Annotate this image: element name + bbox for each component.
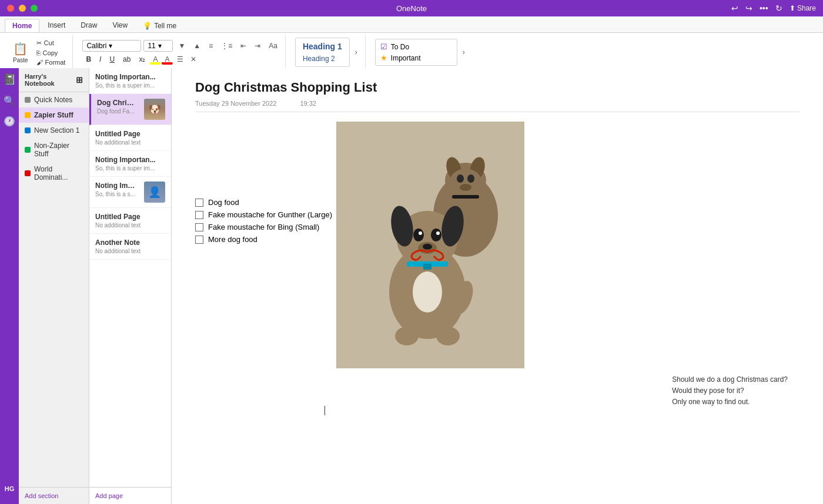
section-item-new-section[interactable]: New Section 1 [19,123,89,138]
check-item-3[interactable]: Fake moustache for Bing (Small) [195,223,332,231]
paste-button[interactable]: 📋 Paste [9,39,32,66]
close-button[interactable] [7,5,14,12]
sort-icon[interactable]: ⊞ [76,75,83,85]
ribbon: Home Insert Draw View 💡 Tell me 📋 Paste … [0,16,823,68]
paste-icon: 📋 [13,42,28,56]
user-avatar[interactable]: HG [1,481,18,497]
svg-point-24 [436,327,460,345]
page-item-dog-text: Dog Christ... Dog food Fa... [97,99,137,115]
note-text-line3: Only one way to find out. [672,397,788,408]
underline-button[interactable]: U [106,54,118,65]
section-list: Quick Notes Zapier Stuff New Section 1 N… [19,92,89,487]
tags-arrow-icon[interactable]: › [460,47,468,58]
share-button[interactable]: ⬆ Share [789,4,816,12]
tab-home[interactable]: Home [5,19,39,32]
notebook-header[interactable]: Harry's Notebook ⊞ [19,68,89,92]
indent-decrease-btn[interactable]: ⇤ [237,41,249,51]
section-dot-world-dom [25,170,31,176]
tags-box: ☑ To Do ★ Important [375,39,457,66]
strikethrough-button[interactable]: ab [119,54,134,65]
page-item-noting-imp-3[interactable]: Noting Imp... So, this is a s... 👤 [89,177,171,208]
section-item-zapier-stuff[interactable]: Zapier Stuff [19,107,89,123]
indent-increase-btn[interactable]: ⇥ [252,41,263,51]
section-dot-non-zapier [25,147,31,153]
notebook-icon[interactable]: 📓 [3,73,16,86]
check-item-2[interactable]: Fake moustache for Gunther (Large) [195,210,332,219]
cut-button[interactable]: ✂ Cut [34,39,68,48]
history-icon[interactable]: 🕐 [4,116,15,127]
subscript-button[interactable]: x₂ [135,54,149,65]
add-page-button[interactable]: Add page [89,487,171,504]
check-item-4[interactable]: More dog food [195,235,332,244]
svg-rect-21 [423,264,431,270]
tab-draw[interactable]: Draw [73,19,104,32]
page-item-dog-christ[interactable]: Dog Christ... Dog food Fa... 🐶 [89,94,171,125]
section-item-quick-notes[interactable]: Quick Notes [19,92,89,107]
section-dot-quick-notes [25,97,31,103]
minimize-button[interactable] [19,5,26,12]
page-meta: Tuesday 29 November 2022 19:32 [195,100,799,112]
check-item-1[interactable]: Dog food [195,198,332,207]
important-tag[interactable]: ★ Important [380,53,452,63]
format-button[interactable]: 🖌 Format [34,58,68,66]
copy-icon: ⎘ [36,49,41,56]
increase-font-btn[interactable]: ▲ [190,41,203,51]
bold-button[interactable]: B [82,54,95,65]
decrease-font-btn[interactable]: ▼ [175,41,188,51]
redo-icon[interactable]: ↪ [745,4,752,13]
font-color-btn[interactable]: A [162,54,172,65]
note-text-line2: Would they pose for it? [672,385,788,397]
lightbulb-icon: 💡 [143,22,152,30]
section-item-world-dom[interactable]: World Dominati... [19,162,89,185]
page-item-untitled-1[interactable]: Untitled Page No additional text [89,125,171,151]
page-item-another-note[interactable]: Another Note No additional text [89,234,171,260]
undo-icon[interactable]: ↩ [731,4,738,13]
page-item-person-layout: Noting Imp... So, this is a s... 👤 [95,182,165,203]
font-selector[interactable]: Calibri ▾ [82,40,141,52]
person-thumb-image: 👤 [144,182,165,203]
text-cursor [324,406,325,415]
note-text: Should we do a dog Christmas card? Would… [672,374,788,408]
heading1-style[interactable]: Heading 1 [298,41,347,52]
font-size-selector[interactable]: 11 ▾ [143,40,173,52]
svg-point-15 [431,229,441,241]
italic-button[interactable]: I [96,54,105,65]
page-title-area: Dog Christmas Shopping List [195,80,799,95]
tab-insert[interactable]: Insert [41,19,72,32]
page-time: 19:32 [300,100,316,107]
notebook-name: Harry's Notebook [25,73,76,87]
page-item-untitled-2[interactable]: Untitled Page No additional text [89,208,171,234]
search-icon[interactable]: 🔍 [4,95,15,106]
clear-btn[interactable]: ✕ [188,54,199,65]
todo-tag[interactable]: ☑ To Do [380,42,452,52]
numbered-list-btn[interactable]: ⋮≡ [218,41,235,51]
page-item-noting-imp-1[interactable]: Noting Importan... So, this is a super i… [89,68,171,94]
svg-point-7 [467,174,474,183]
highlight-color-btn[interactable]: A [150,54,160,65]
page-item-person-text: Noting Imp... So, this is a s... [95,182,137,197]
bullet-list-btn[interactable]: ≡ [206,41,216,51]
checkbox-3[interactable] [195,223,203,231]
page-item-noting-imp-2[interactable]: Noting Importan... So, this is a super i… [89,151,171,177]
ribbon-content: 📋 Paste ✂ Cut ⎘ Copy 🖌 Format [0,32,823,72]
add-section-button[interactable]: Add section [19,487,89,504]
checkbox-2[interactable] [195,211,203,219]
maximize-button[interactable] [31,5,38,12]
tab-tell-me[interactable]: 💡 Tell me [136,19,183,32]
heading2-style[interactable]: Heading 2 [298,53,347,64]
svg-rect-9 [452,195,479,199]
checkbox-4[interactable] [195,236,203,244]
cut-icon: ✂ [36,39,42,47]
checkbox-1[interactable] [195,199,203,207]
content-area[interactable]: Dog Christmas Shopping List Tuesday 29 N… [172,68,823,504]
clear-formatting-btn[interactable]: Aa [266,41,280,51]
page-title[interactable]: Dog Christmas Shopping List [195,80,799,95]
refresh-icon[interactable]: ↻ [775,4,782,13]
tab-view[interactable]: View [105,19,135,32]
more-icon[interactable]: ••• [760,4,768,13]
section-item-non-zapier[interactable]: Non-Zapier Stuff [19,138,89,162]
styles-arrow-icon[interactable]: › [352,47,360,58]
align-btn[interactable]: ☰ [174,54,186,65]
copy-button[interactable]: ⎘ Copy [34,49,68,57]
section-dot-new-section [25,127,31,133]
